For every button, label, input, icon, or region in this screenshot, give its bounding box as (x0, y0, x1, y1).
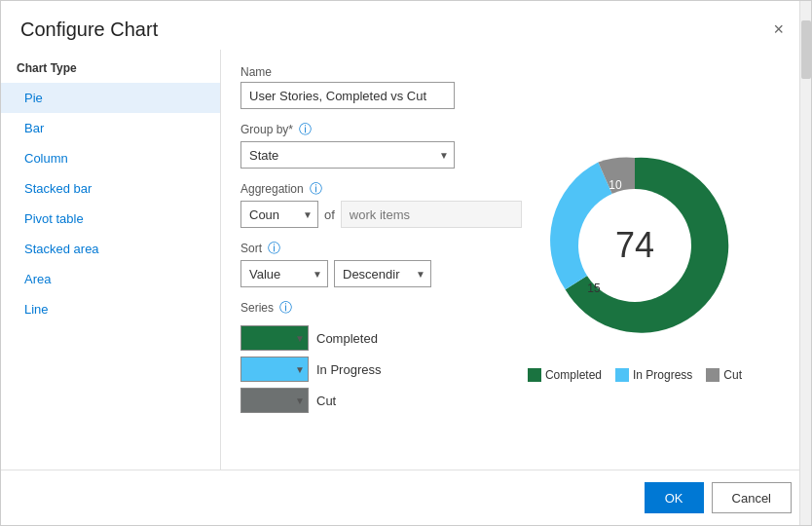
configure-chart-dialog: Configure Chart × Chart Type Pie Bar Col… (0, 0, 812, 526)
series-item-cut: ▼ Cut (240, 388, 455, 413)
sort-by-select[interactable]: Value (240, 260, 328, 287)
legend-item-completed: Completed (528, 368, 602, 382)
sort-by-select-wrap: Value ▼ (240, 260, 328, 287)
completed-swatch-wrap: ▼ (240, 325, 309, 351)
in-progress-series-label: In Progress (316, 362, 381, 377)
main-content: Name Group by* ⓘ State ▼ (221, 50, 811, 470)
series-info-icon[interactable]: ⓘ (279, 299, 292, 317)
sort-order-select-wrap: Descendir ▼ (334, 260, 431, 287)
legend-label-cut: Cut (723, 368, 742, 382)
legend-item-cut: Cut (706, 368, 742, 382)
legend-swatch-in-progress (615, 368, 629, 382)
group-by-select-wrap: State ▼ (240, 141, 455, 169)
donut-center-value: 74 (615, 225, 654, 266)
sort-row: Value ▼ Descendir ▼ (240, 260, 455, 287)
cut-value-label: 10 (609, 178, 622, 192)
sidebar-item-stacked-area[interactable]: Stacked area (1, 234, 220, 264)
sidebar-section-label: Chart Type (1, 57, 220, 83)
series-section: Series ⓘ ▼ Completed (240, 299, 455, 413)
sidebar-item-line[interactable]: Line (1, 294, 220, 324)
group-by-select[interactable]: State (240, 141, 455, 169)
sort-order-select[interactable]: Descendir (334, 260, 431, 287)
aggregation-field-group: Aggregation ⓘ Coun Sum ▼ of (240, 180, 455, 228)
scrollbar-thumb[interactable] (801, 50, 811, 79)
sidebar-item-area[interactable]: Area (1, 264, 220, 294)
cut-swatch-wrap: ▼ (240, 388, 309, 413)
dialog-title: Configure Chart (20, 19, 158, 41)
group-by-field-group: Group by* ⓘ State ▼ (240, 121, 455, 169)
donut-chart: 49 15 10 74 (528, 138, 742, 353)
sort-info-icon[interactable]: ⓘ (268, 240, 280, 257)
series-item-in-progress: ▼ In Progress (240, 357, 455, 382)
sort-label: Sort ⓘ (240, 240, 455, 257)
name-field-group: Name (240, 65, 455, 109)
sidebar-item-pivot-table[interactable]: Pivot table (1, 204, 220, 234)
sidebar-item-pie[interactable]: Pie (1, 83, 220, 113)
group-by-info-icon[interactable]: ⓘ (299, 121, 312, 138)
group-by-label: Group by* ⓘ (240, 121, 455, 138)
in-progress-swatch-wrap: ▼ (240, 357, 309, 382)
sidebar-item-bar[interactable]: Bar (1, 113, 220, 143)
legend-label-completed: Completed (545, 368, 602, 382)
in-progress-color-swatch[interactable] (240, 357, 309, 382)
series-item-completed: ▼ Completed (240, 325, 455, 351)
sidebar-item-column[interactable]: Column (1, 143, 220, 173)
cancel-button[interactable]: Cancel (712, 482, 792, 513)
name-label: Name (240, 65, 455, 79)
completed-color-swatch[interactable] (240, 325, 309, 351)
chart-type-sidebar: Chart Type Pie Bar Column Stacked bar Pi… (1, 50, 221, 470)
dialog-header: Configure Chart × (1, 1, 811, 50)
legend-label-in-progress: In Progress (633, 368, 692, 382)
series-label: Series ⓘ (240, 299, 455, 317)
close-button[interactable]: × (765, 17, 792, 42)
sidebar-item-stacked-bar[interactable]: Stacked bar (1, 173, 220, 204)
aggregation-row: Coun Sum ▼ of (240, 201, 455, 228)
sort-field-group: Sort ⓘ Value ▼ Descendir (240, 240, 455, 287)
aggregation-label: Aggregation ⓘ (240, 180, 455, 198)
legend-swatch-completed (528, 368, 541, 382)
ok-button[interactable]: OK (645, 482, 704, 513)
completed-value-label: 49 (671, 239, 684, 252)
form-panel: Name Group by* ⓘ State ▼ (240, 65, 455, 454)
scrollbar-track[interactable] (799, 50, 811, 470)
chart-legend: Completed In Progress Cut (528, 368, 742, 382)
legend-item-in-progress: In Progress (615, 368, 692, 382)
name-input[interactable] (240, 82, 455, 109)
cut-color-swatch[interactable] (240, 388, 309, 413)
chart-panel: 49 15 10 74 Completed In Progress (478, 65, 792, 454)
completed-series-label: Completed (316, 331, 378, 346)
aggregation-select[interactable]: Coun Sum (240, 201, 318, 228)
legend-swatch-cut (706, 368, 720, 382)
of-label: of (324, 207, 335, 222)
dialog-footer: OK Cancel (1, 470, 811, 525)
dialog-body: Chart Type Pie Bar Column Stacked bar Pi… (1, 50, 811, 470)
in-progress-value-label: 15 (587, 282, 601, 295)
cut-series-label: Cut (316, 394, 336, 408)
aggregation-info-icon[interactable]: ⓘ (310, 180, 322, 198)
aggregation-select-wrap: Coun Sum ▼ (240, 201, 318, 228)
